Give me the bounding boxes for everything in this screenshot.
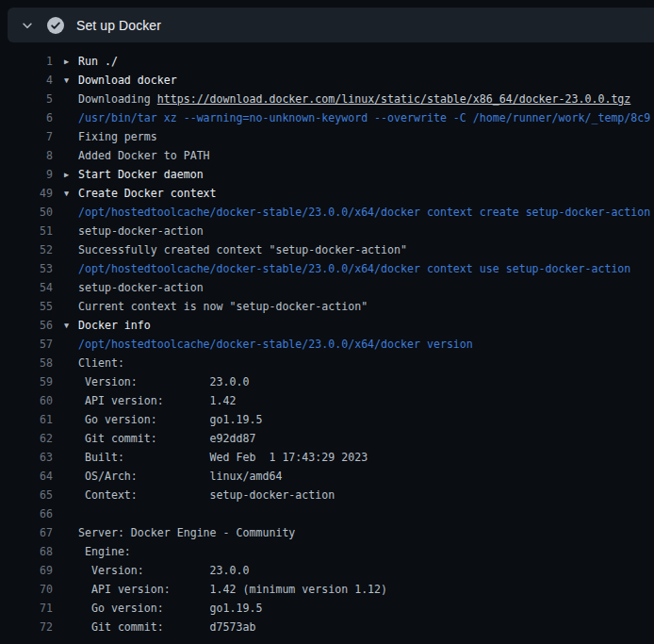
line-number-link[interactable]: 49	[0, 184, 53, 203]
group-title: Start Docker daemon	[78, 168, 204, 181]
line-number-link[interactable]: 7	[0, 127, 53, 146]
line-number-link[interactable]: 65	[0, 486, 53, 504]
log-text: Current context is now "setup-docker-act…	[64, 297, 368, 316]
line-number-link[interactable]: 9	[0, 165, 53, 184]
log-text: API version: 1.42	[64, 391, 237, 410]
line-number-link[interactable]: 6	[0, 108, 53, 127]
group-title: Docker info	[78, 319, 151, 332]
log-line: 68 Engine:	[0, 542, 654, 561]
log-group-row[interactable]: 9▶Start Docker daemon	[0, 165, 654, 184]
line-number-link[interactable]: 51	[0, 222, 53, 240]
triangle-down-icon: ▼	[64, 316, 78, 335]
log-line: 64 OS/Arch: linux/amd64	[0, 467, 654, 486]
step-title: Set up Docker	[76, 18, 161, 33]
line-number-link[interactable]: 56	[0, 316, 53, 335]
line-number-link[interactable]: 53	[0, 259, 53, 278]
log-text: Downloading	[78, 92, 157, 106]
log-line: 53/opt/hostedtoolcache/docker-stable/23.…	[0, 259, 654, 278]
line-number-link[interactable]: 8	[0, 146, 53, 165]
line-number-link[interactable]: 67	[0, 523, 53, 542]
line-number-link[interactable]: 70	[0, 580, 53, 599]
line-number-link[interactable]: 4	[0, 71, 53, 90]
command-text: /usr/bin/tar xz --warning=no-unknown-key…	[64, 108, 650, 127]
log-line: 69 Version: 23.0.0	[0, 561, 654, 580]
log-line: 52Successfully created context "setup-do…	[0, 240, 654, 259]
log-line: 65 Context: setup-docker-action	[0, 486, 654, 504]
line-number-link[interactable]: 64	[0, 467, 53, 486]
line-number-link[interactable]: 60	[0, 391, 53, 410]
log-group-row[interactable]: 4▼Download docker	[0, 71, 654, 90]
triangle-down-icon: ▼	[64, 71, 78, 90]
log-group-row[interactable]: 1▶Run ./	[0, 52, 654, 71]
line-number-link[interactable]: 50	[0, 203, 53, 222]
log-text: Version: 23.0.0	[64, 372, 249, 391]
check-circle-icon	[47, 17, 64, 34]
download-url-link[interactable]: https://download.docker.com/linux/static…	[157, 92, 631, 106]
line-number-link[interactable]: 68	[0, 542, 53, 561]
log-line: 51setup-docker-action	[0, 222, 654, 240]
log-text: Context: setup-docker-action	[64, 486, 335, 504]
log-text: OS/Arch: linux/amd64	[64, 467, 282, 486]
command-text: /opt/hostedtoolcache/docker-stable/23.0.…	[64, 335, 473, 354]
log-line: 55Current context is now "setup-docker-a…	[0, 297, 654, 316]
log-text: setup-docker-action	[64, 222, 204, 240]
group-title: Download docker	[78, 74, 177, 87]
line-number-link[interactable]: 57	[0, 335, 53, 354]
log-text: Engine:	[64, 542, 131, 561]
log-lines: 1▶Run ./4▼Download docker5Downloading ht…	[0, 42, 654, 636]
log-line: 50/opt/hostedtoolcache/docker-stable/23.…	[0, 203, 654, 222]
log-line: 7Fixing perms	[0, 127, 654, 146]
line-number-link[interactable]: 71	[0, 599, 53, 618]
command-text: /opt/hostedtoolcache/docker-stable/23.0.…	[64, 259, 630, 278]
line-number-link[interactable]: 52	[0, 240, 53, 259]
triangle-right-icon: ▶	[64, 52, 78, 71]
line-number-link[interactable]: 72	[0, 618, 53, 636]
triangle-right-icon: ▶	[64, 165, 78, 184]
log-line: 60 API version: 1.42	[0, 391, 654, 410]
log-line: 58Client:	[0, 354, 654, 372]
log-group-row[interactable]: 56▼Docker info	[0, 316, 654, 335]
group-title: Run ./	[78, 55, 118, 68]
log-line: 70 API version: 1.42 (minimum version 1.…	[0, 580, 654, 599]
line-number-link[interactable]: 58	[0, 354, 53, 372]
triangle-down-icon: ▼	[64, 184, 78, 203]
log-line: 59 Version: 23.0.0	[0, 372, 654, 391]
line-number-link[interactable]: 1	[0, 52, 53, 71]
line-number-link[interactable]: 59	[0, 372, 53, 391]
log-line: 5Downloading https://download.docker.com…	[0, 90, 654, 108]
log-line: 63 Built: Wed Feb 1 17:43:29 2023	[0, 448, 654, 467]
line-number-link[interactable]: 66	[0, 504, 53, 523]
log-group-row[interactable]: 49▼Create Docker context	[0, 184, 654, 203]
log-text: Fixing perms	[64, 127, 157, 146]
line-number-link[interactable]: 5	[0, 90, 53, 108]
log-text: Go version: go1.19.5	[64, 599, 262, 618]
log-text: Successfully created context "setup-dock…	[64, 240, 407, 259]
line-number-link[interactable]: 54	[0, 278, 53, 297]
command-text: /opt/hostedtoolcache/docker-stable/23.0.…	[64, 203, 650, 222]
log-line: 62 Git commit: e92dd87	[0, 429, 654, 448]
line-number-link[interactable]: 61	[0, 410, 53, 429]
chevron-down-icon[interactable]	[20, 19, 35, 32]
log-line: 66	[0, 504, 654, 523]
log-line: 6/usr/bin/tar xz --warning=no-unknown-ke…	[0, 108, 654, 127]
log-line: 71 Go version: go1.19.5	[0, 599, 654, 618]
log-text: Git commit: e92dd87	[64, 429, 255, 448]
line-number-link[interactable]: 55	[0, 297, 53, 316]
line-number-link[interactable]: 69	[0, 561, 53, 580]
step-header[interactable]: Set up Docker	[8, 8, 654, 42]
log-line: 67Server: Docker Engine - Community	[0, 523, 654, 542]
line-number-link[interactable]: 62	[0, 429, 53, 448]
log-text: Git commit: d7573ab	[64, 618, 255, 636]
actions-log-panel: Set up Docker 1▶Run ./4▼Download docker5…	[0, 8, 654, 636]
line-number-link[interactable]: 63	[0, 448, 53, 467]
log-text: Version: 23.0.0	[64, 561, 249, 580]
log-text: Client:	[64, 354, 124, 372]
log-line: 72 Git commit: d7573ab	[0, 618, 654, 636]
log-line: 61 Go version: go1.19.5	[0, 410, 654, 429]
log-text: Server: Docker Engine - Community	[64, 523, 295, 542]
log-text: API version: 1.42 (minimum version 1.12)	[64, 580, 387, 599]
log-text	[64, 504, 78, 523]
log-line: 54setup-docker-action	[0, 278, 654, 297]
log-line: 8Added Docker to PATH	[0, 146, 654, 165]
log-text: Go version: go1.19.5	[64, 410, 262, 429]
